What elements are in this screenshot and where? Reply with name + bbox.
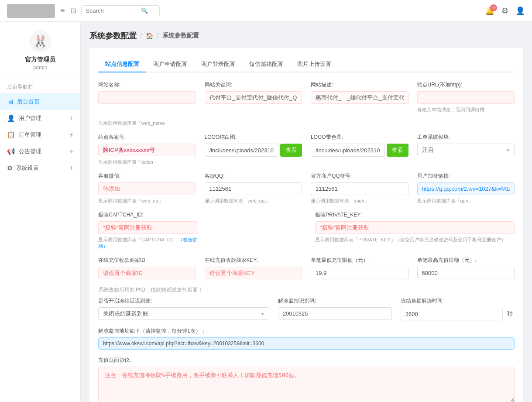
private-key-input[interactable]: [315, 221, 515, 234]
site-url-label: 站点URL(不加http):: [417, 81, 515, 89]
sidebar-item-settings[interactable]: ⚙ 系统设置 +: [0, 160, 80, 176]
workbench-select-wrapper: 开启 关闭: [417, 144, 515, 156]
announcements-icon: 📢: [7, 148, 15, 155]
sidebar-username: 官方管理员: [25, 56, 55, 64]
site-keywords-label: 网站关键词:: [205, 81, 302, 89]
dashboard-icon: 🖥: [7, 98, 14, 106]
site-name-db-hint: 显示调用数据库表「web_name」: [98, 120, 196, 127]
logo-white-query-btn[interactable]: 查看: [280, 144, 302, 157]
icp-hint: 显示调用数据库表「beian」: [98, 159, 196, 165]
site-desc-label: 网站描述:: [311, 81, 408, 89]
sidebar-item-dashboard[interactable]: 🖥 后台首页: [0, 93, 80, 110]
freeze-time-input[interactable]: [401, 308, 503, 320]
breadcrumb: 系统参数配置 / 🏠 / 系统参数配置: [89, 31, 523, 41]
config-tabs: 站点信息配置 商户申请配置 商户登录配置 短信邮箱配置 图片上传设置: [98, 57, 515, 72]
logo-white-input-group: 查看: [205, 144, 302, 157]
tab-merchant-login[interactable]: 商户登录配置: [194, 57, 242, 72]
user-avatar-icon[interactable]: 👤: [515, 6, 525, 16]
captcha-id-label: 极验CAPTCHA_ID:: [98, 211, 198, 219]
orders-icon: 📋: [7, 131, 15, 139]
kefu-qq-input[interactable]: [205, 182, 302, 195]
private-key-label: 极验PRIVATE_KEY:: [315, 211, 515, 219]
official-qq-hint: 显示调用数据库表「shqh」: [311, 198, 408, 204]
tab-image-upload[interactable]: 图片上传设置: [290, 57, 338, 72]
form-row-6: 是否开启冻结延迟到账: 关闭冻结延迟到账 开启冻结延迟到账 解冻监控识别码: 冻…: [98, 297, 515, 320]
join-group-label: 用户加群链接:: [417, 172, 515, 180]
private-key-group: 极验PRIVATE_KEY: 显示调用数据库表「PRIVATE_KEY」（留空用…: [315, 211, 515, 243]
official-qq-group: 官方商户QQ群号: 显示调用数据库表「shqh」: [311, 172, 408, 204]
site-name-label: 网站名称:: [98, 81, 196, 89]
freeze-monitor-input[interactable]: [278, 307, 392, 320]
search-box: 🔍: [81, 5, 160, 16]
main-content: 系统参数配置 / 🏠 / 系统参数配置 站点信息配置 商户申请配置 商户登录配置…: [81, 22, 532, 402]
site-url-group: 站点URL(不加http): 修改为本站域名，否则回调出错: [417, 81, 515, 113]
sidebar-item-announcements[interactable]: 📢 公告管理 +: [0, 143, 80, 160]
merchant-key-input[interactable]: [205, 267, 302, 279]
settings-icon[interactable]: ⚙: [501, 6, 508, 16]
official-qq-label: 官方商户QQ群号:: [311, 172, 408, 180]
layout: 🐰 官方管理员 admin 后台导航栏 🖥 后台首页 👤 用户管理 + 📋 订单…: [0, 22, 532, 402]
page-title: 系统参数配置: [89, 31, 137, 41]
merchant-id-input[interactable]: [98, 267, 196, 279]
site-url-input[interactable]: [417, 91, 515, 104]
logo-white-input[interactable]: [205, 144, 279, 157]
min-topup-input[interactable]: [311, 267, 408, 279]
site-keywords-group: 网站关键词:: [205, 81, 302, 104]
breadcrumb-home-icon[interactable]: 🏠: [146, 32, 153, 39]
expand-plus-icon: +: [69, 164, 73, 172]
expand-icon[interactable]: ⊡: [70, 7, 76, 15]
freeze-monitor-label: 解冻监控识别码:: [278, 297, 392, 305]
site-desc-input[interactable]: [311, 91, 408, 104]
sidebar-item-users[interactable]: 👤 用户管理 +: [0, 110, 80, 127]
tab-merchant-apply[interactable]: 商户申请配置: [146, 57, 194, 72]
freeze-toggle-select[interactable]: 关闭冻结延迟到账 开启冻结延迟到账: [98, 307, 269, 320]
workbench-group: 工单系统模块: 开启 关闭: [417, 134, 515, 156]
menu-toggle-icon[interactable]: ≡: [60, 6, 65, 15]
freeze-url-group: 解冻监控地址如下（请挂监控，每分钟1次）：: [98, 327, 515, 350]
freeze-time-input-row: 秒: [401, 307, 515, 320]
kefu-weixin-group: 客服微信: 显示调用数据库表「web_eq」: [98, 172, 196, 204]
freeze-toggle-group: 是否开启冻结延迟到账: 关闭冻结延迟到账 开启冻结延迟到账: [98, 297, 269, 320]
config-card: 站点信息配置 商户申请配置 商户登录配置 短信邮箱配置 图片上传设置 网站名称:…: [89, 48, 523, 402]
kefu-weixin-input[interactable]: [98, 182, 196, 195]
topbar: ≡ ⊡ 🔍 🔔 0 ⚙ 👤: [0, 0, 532, 22]
freeze-url-input[interactable]: [98, 337, 515, 350]
site-name-group: 网站名称:: [98, 81, 196, 104]
kefu-weixin-hint: 显示调用数据库表「web_eq」: [98, 198, 196, 204]
logo-white-label: LOGO纯白图:: [205, 134, 302, 141]
freeze-toggle-wrapper: 关闭冻结延迟到账 开启冻结延迟到账: [98, 307, 269, 320]
site-keywords-input[interactable]: [205, 91, 302, 104]
expand-plus-icon: +: [69, 131, 73, 139]
site-url-hint: 修改为本站域名，否则回调出错: [417, 107, 515, 113]
kefu-qq-group: 客服QQ: 显示调用数据库表「web_qq」: [205, 172, 302, 204]
kefu-weixin-label: 客服微信:: [98, 172, 196, 180]
breadcrumb-separator: /: [140, 31, 142, 41]
min-topup-group: 单笔最低充值限额（元）:: [311, 257, 408, 279]
recharge-notice-label: 充值页面协议:: [98, 357, 515, 364]
site-name-input[interactable]: [98, 91, 196, 104]
tab-sms-email[interactable]: 短信邮箱配置: [242, 57, 290, 72]
max-topup-label: 单笔最高充值限额（元）:: [417, 257, 515, 264]
icp-label: 站点备案号:: [98, 134, 196, 141]
notification-bell-icon[interactable]: 🔔 0: [485, 6, 494, 16]
logo-dark-input[interactable]: [311, 144, 385, 157]
form-row-5: 在线充值收款商家ID: 在线充值收款商家KEY: 单笔最低充值限额（元）: 单笔…: [98, 257, 515, 279]
search-icon[interactable]: 🔍: [141, 7, 148, 14]
recharge-notice-textarea[interactable]: [98, 367, 515, 402]
breadcrumb-separator2: /: [157, 31, 159, 41]
sidebar-item-label: 订单管理: [19, 131, 66, 139]
tab-site-info[interactable]: 站点信息配置: [98, 57, 146, 72]
join-group-input[interactable]: [417, 182, 515, 195]
icp-input[interactable]: [98, 144, 196, 156]
official-qq-input[interactable]: [311, 182, 408, 195]
topbar-right: 🔔 0 ⚙ 👤: [485, 6, 525, 16]
captcha-id-input[interactable]: [98, 221, 198, 234]
users-icon: 👤: [7, 114, 15, 122]
sidebar-item-orders[interactable]: 📋 订单管理 +: [0, 127, 80, 143]
sidebar-user-section: 🐰 官方管理员 admin: [0, 22, 80, 78]
logo-dark-query-btn[interactable]: 查看: [387, 144, 408, 157]
search-input[interactable]: [86, 7, 138, 14]
max-topup-input[interactable]: [417, 267, 515, 279]
workbench-select[interactable]: 开启 关闭: [417, 144, 515, 156]
settings-icon: ⚙: [7, 164, 13, 172]
